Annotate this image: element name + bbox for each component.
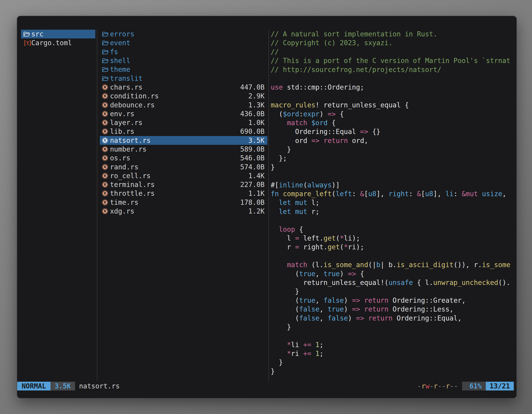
folder-row[interactable]: translit	[100, 74, 267, 83]
code-line	[271, 331, 516, 340]
code-line	[271, 172, 516, 180]
code-line: loop {	[271, 225, 516, 234]
file-size: 1.1K	[248, 189, 265, 197]
file-row[interactable]: Rrand.rs574.0B	[100, 163, 267, 171]
svg-text:R: R	[104, 209, 106, 213]
file-row[interactable]: Rnumber.rs589.0B	[100, 145, 267, 154]
svg-text:R: R	[104, 94, 106, 98]
code-line: use std::cmp::Ordering;	[271, 83, 516, 92]
code-line: fn compare_left(left: &[u8], right: &[u8…	[271, 189, 516, 198]
file-row[interactable]: Rtime.rs178.0B	[100, 198, 267, 207]
code-line: *ri += 1;	[271, 349, 516, 358]
file-name: src	[31, 30, 44, 38]
open-folder-icon	[102, 58, 110, 64]
svg-text:R: R	[104, 112, 106, 116]
code-line	[271, 92, 516, 101]
rust-file-icon: R	[102, 128, 110, 135]
parent-directory-panel: src[τ]Cargo.toml	[21, 30, 95, 48]
code-line: //	[271, 48, 516, 56]
code-line	[271, 251, 516, 260]
code-line	[271, 216, 516, 225]
code-line: match (l.is_some_and(|b| b.is_ascii_digi…	[271, 260, 516, 269]
file-name: Cargo.toml	[31, 39, 72, 47]
svg-text:R: R	[104, 130, 106, 134]
panel-divider	[268, 30, 269, 381]
rust-file-icon: R	[102, 155, 110, 161]
code-line: let mut r;	[271, 207, 516, 216]
file-size: 178.0B	[240, 198, 265, 206]
code-line: match $ord {	[271, 118, 516, 127]
file-name: terminal.rs	[110, 181, 155, 189]
status-bar-right: -rw-r--r-- 61% 13/21	[417, 382, 514, 390]
folder-row[interactable]: theme	[100, 65, 267, 74]
status-bar: NORMAL 3.5K natsort.rs -rw-r--r-- 61% 13…	[17, 382, 516, 390]
rust-file-icon: R	[102, 164, 110, 170]
code-line: (false, false) => return Ordering::Equal…	[271, 314, 516, 323]
current-directory-panel: errorseventfsshellthemetranslitRchars.rs…	[100, 30, 267, 216]
code-line: // http://sourcefrog.net/projects/natsor…	[271, 65, 516, 74]
code-line: // A natural sort implementation in Rust…	[271, 30, 516, 39]
code-line	[271, 74, 516, 83]
svg-text:R: R	[104, 103, 106, 107]
file-row[interactable]: Rlayer.rs1.0K	[100, 118, 267, 127]
code-line: (true, true) => {	[271, 270, 516, 278]
code-line: // This is a port of the C version of Ma…	[271, 56, 516, 65]
folder-row[interactable]: event	[100, 39, 267, 47]
file-name: os.rs	[110, 154, 130, 162]
svg-text:R: R	[104, 121, 106, 125]
file-name: event	[110, 39, 130, 47]
file-size: 436.0B	[240, 110, 265, 118]
folder-row[interactable]: fs	[100, 48, 267, 56]
folder-row[interactable]: errors	[100, 30, 267, 39]
file-row[interactable]: Rro_cell.rs1.4K	[100, 171, 267, 180]
file-row[interactable]: Rlib.rs690.0B	[100, 127, 267, 136]
svg-text:R: R	[104, 183, 106, 187]
file-size: 227.0B	[240, 181, 265, 189]
file-row[interactable]: Rxdg.rs1.2K	[100, 207, 267, 216]
code-line: l = left.get(*li);	[271, 234, 516, 243]
code-line: }	[271, 163, 516, 172]
rust-file-icon: R	[102, 182, 110, 188]
file-name: throttle.rs	[110, 189, 155, 197]
rust-file-icon: R	[102, 208, 110, 214]
rust-file-icon: R	[102, 93, 110, 99]
file-name: translit	[110, 75, 142, 82]
code-line: // Copyright (c) 2023, sxyazi.	[271, 39, 516, 47]
selected-file-name: natsort.rs	[79, 382, 120, 390]
file-size: 690.0B	[240, 127, 265, 135]
file-size: 2.9K	[248, 92, 265, 100]
open-folder-icon	[102, 75, 110, 82]
file-name: chars.rs	[110, 83, 142, 91]
code-line: }	[271, 358, 516, 367]
code-line: }	[271, 145, 516, 154]
code-line: ord => return ord,	[271, 136, 516, 145]
cursor-position-badge: 13/21	[486, 382, 514, 390]
file-row[interactable]: [τ]Cargo.toml	[21, 39, 95, 47]
file-name: time.rs	[110, 198, 138, 206]
code-line: *li += 1;	[271, 340, 516, 349]
file-row[interactable]: Renv.rs436.0B	[100, 109, 267, 118]
file-row[interactable]: Ros.rs546.0B	[100, 154, 267, 163]
rust-file-icon: R	[102, 190, 110, 197]
file-row[interactable]: Rterminal.rs227.0B	[100, 180, 267, 189]
file-size: 546.0B	[240, 154, 265, 162]
file-row[interactable]: Rchars.rs447.0B	[100, 83, 267, 92]
file-size: 574.0B	[240, 163, 265, 171]
file-name: errors	[110, 30, 134, 38]
file-row[interactable]: Rthrottle.rs1.1K	[100, 189, 267, 198]
file-name: condition.rs	[110, 92, 159, 100]
file-name: ro_cell.rs	[110, 172, 151, 180]
file-row[interactable]: Rnatsort.rs3.5K	[100, 136, 267, 145]
file-name: rand.rs	[110, 163, 138, 171]
file-row[interactable]: Rdebounce.rs1.3K	[100, 100, 267, 109]
code-line: r = right.get(*ri);	[271, 243, 516, 251]
code-line: (false, true) => return Ordering::Less,	[271, 305, 516, 314]
folder-row[interactable]: src	[21, 30, 95, 39]
rust-file-icon: R	[102, 146, 110, 152]
scroll-percent-badge: 61%	[462, 382, 486, 390]
file-row[interactable]: Rcondition.rs2.9K	[100, 92, 267, 100]
rust-file-icon: R	[102, 137, 110, 144]
code-line: }	[271, 323, 516, 331]
svg-text:R: R	[104, 147, 106, 151]
folder-row[interactable]: shell	[100, 56, 267, 65]
